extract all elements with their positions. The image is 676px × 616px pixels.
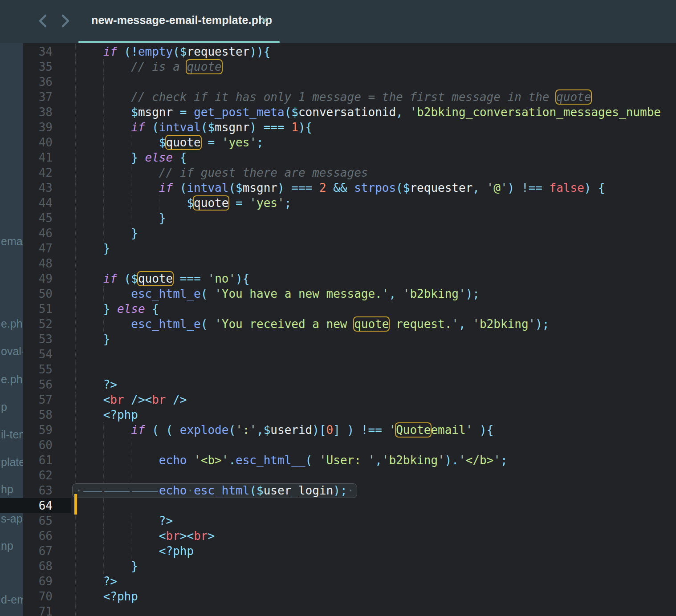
- code-line[interactable]: 65 ?>: [0, 513, 676, 528]
- code-text: if ($quote === 'no'){: [75, 272, 249, 285]
- code-editor[interactable]: 34 if (!empty($requester)){35 // is a qu…: [0, 43, 676, 616]
- code-line[interactable]: 51 } else {: [0, 301, 676, 316]
- indent-guide: [75, 44, 76, 59]
- code-token: }: [131, 559, 138, 573]
- line-number: 47: [0, 241, 71, 256]
- code-token: strpos: [354, 181, 396, 195]
- forward-button[interactable]: [60, 13, 71, 28]
- line-number: 62: [0, 468, 71, 483]
- code-token: $: [159, 136, 166, 149]
- code-line[interactable]: 52 esc_html_e( 'You received a new quote…: [0, 316, 676, 332]
- indent-guide: [75, 377, 76, 392]
- code-text: if (intval($msgnr) === 1){: [75, 121, 312, 134]
- indent-guide: [103, 195, 104, 211]
- code-line[interactable]: 36: [0, 74, 676, 89]
- code-text: $msgnr = get_post_meta($conversationid, …: [75, 105, 661, 119]
- code-text: esc_html_e( 'You received a new quote re…: [75, 317, 550, 331]
- code-text: }: [75, 227, 138, 240]
- code-token: ).: [445, 454, 459, 467]
- code-token: (: [117, 272, 131, 285]
- code-token: ===: [173, 272, 208, 285]
- line-number: 63: [0, 483, 71, 498]
- code-line[interactable]: 44 $quote = 'yes';: [0, 195, 676, 211]
- code-token: $: [180, 45, 187, 58]
- code-line[interactable]: 64: [0, 498, 676, 513]
- code-line[interactable]: 63·echo·esc_html($user_login);·: [0, 483, 676, 498]
- search-match: quote: [138, 272, 173, 285]
- code-token: ': [452, 317, 459, 331]
- code-token: 1: [291, 121, 298, 134]
- code-token: ': [222, 454, 229, 467]
- code-text: if ( ( explode(':',$userid)[0] ) !== 'Qu…: [75, 423, 493, 437]
- code-token: br: [110, 393, 124, 406]
- code-line[interactable]: 56 ?>: [0, 377, 676, 392]
- code-token: br: [152, 393, 166, 406]
- code-token: if: [131, 423, 145, 437]
- code-line[interactable]: 55: [0, 362, 676, 377]
- code-token: b2bking: [389, 454, 438, 467]
- code-line[interactable]: 71: [0, 604, 676, 616]
- indent-guide: [103, 559, 104, 574]
- indent-guide: [131, 195, 131, 211]
- code-token: <: [159, 529, 166, 543]
- code-line[interactable]: 50 esc_html_e( 'You have a new message.'…: [0, 286, 676, 301]
- code-text: }: [75, 332, 110, 346]
- code-line[interactable]: 61 echo '<b>'.esc_html__( 'User: ','b2bk…: [0, 453, 676, 468]
- code-line[interactable]: 39 if (intval($msgnr) === 1){: [0, 120, 676, 135]
- code-line[interactable]: 35 // is a quote: [0, 59, 676, 74]
- code-token: requester: [187, 45, 250, 58]
- code-token: (: [173, 181, 187, 195]
- code-line[interactable]: 34 if (!empty($requester)){: [0, 44, 676, 59]
- indent-guide: [75, 528, 76, 543]
- code-line[interactable]: 47 }: [0, 241, 676, 256]
- code-line[interactable]: 54: [0, 347, 676, 362]
- code-line[interactable]: 57 <br /><br />: [0, 392, 676, 407]
- code-token: =: [173, 105, 194, 119]
- indent-guide: [75, 362, 76, 377]
- code-token: // if guest there are messages: [159, 166, 368, 179]
- code-line[interactable]: 40 $quote = 'yes';: [0, 135, 676, 150]
- code-line[interactable]: 70 <?php: [0, 589, 676, 604]
- back-button[interactable]: [37, 13, 49, 28]
- indent-guide: [131, 453, 131, 468]
- tab-title[interactable]: new-message-email-template.php: [91, 14, 272, 27]
- code-line[interactable]: 53 }: [0, 332, 676, 347]
- code-token: $: [131, 272, 138, 285]
- line-number: 37: [0, 89, 71, 105]
- indent-guide: [131, 528, 131, 543]
- code-line[interactable]: 60: [0, 438, 676, 453]
- indent-guide: [103, 543, 104, 559]
- line-number: 57: [0, 392, 71, 407]
- code-line[interactable]: 43 if (intval($msgnr) === 2 && strpos($r…: [0, 180, 676, 195]
- code-token: ': [208, 272, 215, 285]
- code-token: You have a new message.: [222, 287, 382, 300]
- code-line[interactable]: 38 $msgnr = get_post_meta($conversationi…: [0, 105, 676, 120]
- code-line[interactable]: 45 }: [0, 211, 676, 226]
- code-line[interactable]: 41 } else {: [0, 150, 676, 165]
- tab-close-icon[interactable]: ✕: [261, 12, 268, 26]
- indent-guide: [131, 438, 131, 453]
- code-line[interactable]: 67 <?php: [0, 543, 676, 559]
- code-token: explode: [180, 423, 229, 437]
- line-number: 67: [0, 543, 71, 559]
- code-line[interactable]: 48: [0, 256, 676, 271]
- code-line[interactable]: 62: [0, 468, 676, 483]
- code-token: ': [249, 196, 257, 210]
- code-line[interactable]: 69 ?>: [0, 574, 676, 589]
- code-token: intval: [159, 121, 201, 134]
- code-line[interactable]: 59 if ( ( explode(':',$userid)[0] ) !== …: [0, 422, 676, 438]
- code-token: ': [236, 423, 243, 437]
- code-line[interactable]: 49 if ($quote === 'no'){: [0, 271, 676, 286]
- code-line[interactable]: 46 }: [0, 226, 676, 241]
- code-token: ;: [257, 136, 264, 149]
- indent-guide: [103, 468, 104, 483]
- code-line[interactable]: 66 <br><br>: [0, 528, 676, 543]
- code-text: ?>: [75, 575, 117, 588]
- code-line[interactable]: 58 <?php: [0, 407, 676, 422]
- code-line[interactable]: 42 // if guest there are messages: [0, 165, 676, 180]
- line-number: 51: [0, 301, 71, 316]
- code-line[interactable]: 68 }: [0, 559, 676, 574]
- line-number: 69: [0, 574, 71, 589]
- code-line[interactable]: 37 // check if it has only 1 message = t…: [0, 89, 676, 105]
- code-token: ': [459, 287, 466, 300]
